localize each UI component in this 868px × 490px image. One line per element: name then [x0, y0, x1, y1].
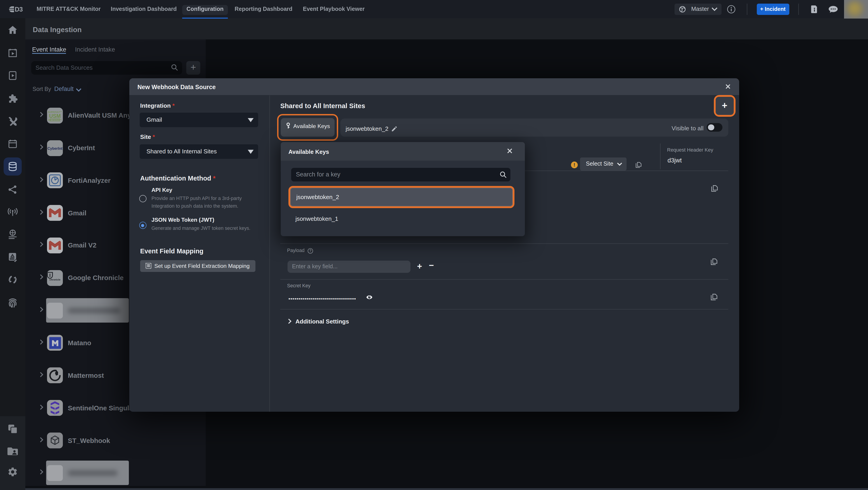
- svg-text:D3: D3: [15, 6, 23, 12]
- svg-text:?: ?: [309, 249, 311, 253]
- svg-text:ALIENVAULT™: ALIENVAULT™: [48, 111, 62, 113]
- svg-text:CyberInt: CyberInt: [48, 146, 63, 150]
- svg-text:USM: USM: [49, 113, 61, 119]
